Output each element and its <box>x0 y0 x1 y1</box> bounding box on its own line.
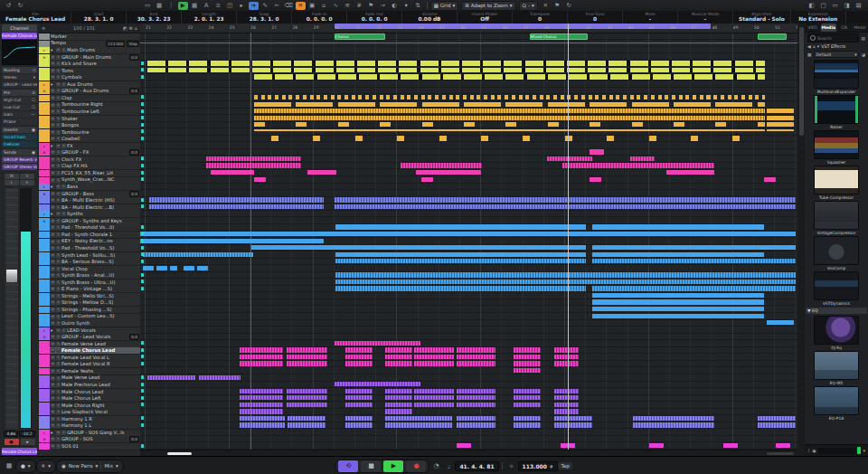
mute-button[interactable]: M <box>56 48 61 52</box>
folder-open-icon[interactable]: ▾ <box>51 212 55 216</box>
audio-event[interactable] <box>184 266 194 270</box>
group-level-value[interactable]: 0.0 <box>129 149 139 156</box>
loop-icon[interactable]: ◉ <box>812 448 816 453</box>
undo-redo-icon[interactable]: ↻ <box>15 2 25 10</box>
marker-event[interactable]: Mixed Chorus <box>530 33 588 40</box>
mute-button[interactable]: M <box>51 280 55 285</box>
audio-event[interactable] <box>156 266 167 270</box>
tool-icon[interactable]: ▸ <box>237 2 247 10</box>
track-filter-icon[interactable]: ≡ <box>42 25 45 31</box>
solo-button[interactable]: S <box>61 144 66 148</box>
window-zone-icon[interactable]: ▭ <box>830 2 840 10</box>
audio-event[interactable] <box>514 368 541 373</box>
mute-button[interactable]: M <box>51 315 55 319</box>
audio-event[interactable] <box>147 68 765 72</box>
audio-event[interactable] <box>335 272 796 277</box>
audio-event[interactable] <box>254 95 765 100</box>
listen-button[interactable]: L <box>5 180 19 185</box>
cycle-button[interactable]: ⟲ <box>338 460 358 472</box>
solo-button[interactable]: S <box>56 369 61 374</box>
group-level-value[interactable]: 0.0 <box>129 334 139 340</box>
audio-event[interactable] <box>345 355 373 359</box>
solo-button[interactable]: S <box>56 205 61 210</box>
tool-icon[interactable]: ≡ <box>213 2 223 10</box>
mute-button[interactable]: M <box>51 273 55 278</box>
mute-button[interactable]: M <box>51 287 55 291</box>
mute-button[interactable]: M <box>51 246 55 251</box>
solo-button[interactable]: S <box>56 308 61 312</box>
solo-button[interactable]: S <box>56 157 61 162</box>
plugin-thumbnail[interactable] <box>814 271 859 300</box>
info-field[interactable]: Fade In0. 0. 0. 0 <box>292 11 347 24</box>
info-field[interactable]: Fade Out0. 0. 0. 0 <box>347 11 402 24</box>
audio-event[interactable] <box>335 286 586 290</box>
solo-button[interactable]: S <box>56 300 61 305</box>
mute-button[interactable]: M <box>51 178 55 183</box>
tool-icon[interactable]: ▶ <box>178 2 188 10</box>
mute-button[interactable]: M <box>51 62 55 66</box>
pre-section-header[interactable]: Pre⊙ <box>2 90 37 96</box>
mute-button[interactable]: M <box>51 198 55 203</box>
marker-event[interactable]: Chorus <box>335 33 385 40</box>
group-level-value[interactable]: 0.0 <box>129 191 139 197</box>
solo-button[interactable]: S <box>56 55 61 60</box>
audio-event[interactable] <box>514 361 541 365</box>
audio-event[interactable] <box>457 422 495 427</box>
plugin-thumbnail[interactable] <box>814 166 859 194</box>
plugin-thumbnail[interactable] <box>814 60 859 89</box>
marker-event[interactable] <box>758 33 787 40</box>
audio-event[interactable] <box>385 416 452 421</box>
audio-event[interactable] <box>345 422 373 427</box>
audio-event[interactable] <box>767 116 794 120</box>
audio-event[interactable] <box>421 177 433 182</box>
tool-icon[interactable]: ◐ <box>390 2 400 10</box>
plugin-item[interactable]: Squasher <box>814 130 859 165</box>
audio-event[interactable] <box>630 156 655 161</box>
solo-button[interactable]: S <box>56 69 61 73</box>
tempo-mode[interactable]: Step <box>127 41 139 47</box>
solo-button[interactable]: S <box>56 342 61 346</box>
edit-channel-button[interactable]: e <box>20 180 34 185</box>
workspace-grid-icon[interactable]: ▦ <box>4 460 14 471</box>
phase-button[interactable]: Phase <box>2 118 37 125</box>
audio-event[interactable] <box>288 416 326 421</box>
audio-event[interactable] <box>457 389 495 393</box>
mute-button[interactable]: M <box>51 137 55 141</box>
audio-event[interactable] <box>633 422 714 427</box>
tempo-track-icon[interactable]: ⊙ <box>506 460 517 471</box>
tool-icon[interactable]: ⇅ <box>413 2 423 10</box>
tool-icon[interactable]: ▣ <box>307 2 317 10</box>
solo-button[interactable]: S <box>56 348 61 353</box>
plugin-item[interactable]: VSTDynamics <box>814 271 859 306</box>
audio-event[interactable] <box>335 259 586 263</box>
volume-fader[interactable] <box>5 188 18 429</box>
audio-event[interactable] <box>758 422 796 427</box>
tool-icon[interactable]: ⌂ <box>319 2 329 10</box>
audio-event[interactable] <box>240 389 283 393</box>
tool-icon[interactable]: ▭ <box>143 2 153 10</box>
project-activation-control[interactable]: ◉ New Paris ▾ Mix ▾ <box>56 460 124 473</box>
mute-button[interactable]: M <box>51 192 55 196</box>
audio-event[interactable] <box>147 375 195 380</box>
audio-event[interactable] <box>335 280 796 284</box>
audio-event[interactable] <box>554 355 579 359</box>
tool-icon[interactable]: ➔ <box>249 2 259 10</box>
checkbox-icon[interactable]: ☐ <box>32 105 35 109</box>
audio-event[interactable] <box>345 395 373 400</box>
mute-button[interactable]: M <box>51 348 55 353</box>
audio-event[interactable] <box>514 347 541 352</box>
info-field[interactable]: Mute- <box>623 11 678 24</box>
audio-event[interactable] <box>345 416 373 421</box>
audio-event[interactable] <box>385 361 412 365</box>
eq-curve-display[interactable] <box>2 40 37 65</box>
tool-icon[interactable]: ⚑ <box>366 2 376 10</box>
audio-event[interactable] <box>554 361 579 365</box>
audio-event[interactable] <box>457 443 471 448</box>
solo-button[interactable]: S <box>61 431 66 435</box>
audio-event[interactable] <box>287 347 327 352</box>
mute-button[interactable]: M <box>51 308 55 312</box>
audio-event[interactable] <box>514 403 541 407</box>
audio-event[interactable] <box>457 395 495 400</box>
audio-event[interactable] <box>240 361 283 365</box>
audio-event[interactable] <box>307 170 336 175</box>
